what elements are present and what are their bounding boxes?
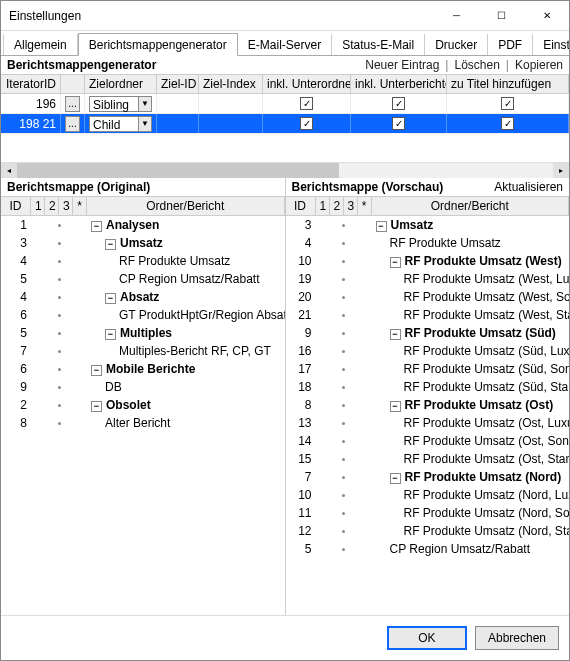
cell-zielid[interactable]	[157, 94, 199, 113]
tree-row[interactable]: 8−RF Produkte Umsatz (Ost)	[286, 396, 570, 414]
tree-row[interactable]: 20RF Produkte Umsatz (West, Sondermodell…	[286, 288, 570, 306]
zielordner-combo[interactable]: Sibling	[89, 96, 139, 112]
col-titel[interactable]: zu Titel hinzufügen	[447, 75, 569, 93]
tab-3[interactable]: Status-E-Mail	[332, 34, 425, 55]
expand-toggle-icon[interactable]: −	[105, 329, 116, 340]
expand-toggle-icon[interactable]: −	[105, 239, 116, 250]
expand-toggle-icon[interactable]: −	[105, 293, 116, 304]
tree-row[interactable]: 5CP Region Umsatz/Rabatt	[1, 270, 285, 288]
row-id: 15	[286, 452, 316, 466]
col-btn[interactable]	[61, 75, 85, 93]
tree-row[interactable]: 11RF Produkte Umsatz (Nord, Sondermodell…	[286, 504, 570, 522]
titel-checkbox[interactable]: ✓	[501, 97, 514, 110]
expand-toggle-icon[interactable]: −	[390, 401, 401, 412]
tree-row[interactable]: 3−Umsatz	[286, 216, 570, 234]
chevron-down-icon[interactable]: ▼	[138, 116, 152, 132]
row-dialog-button[interactable]: ...	[65, 96, 80, 112]
tree-row[interactable]: 13RF Produkte Umsatz (Ost, Luxusmodelle)	[286, 414, 570, 432]
zielordner-combo[interactable]: Child	[89, 116, 139, 132]
col-zielindex[interactable]: Ziel-Index	[199, 75, 263, 93]
delete-action[interactable]: Löschen	[454, 58, 499, 72]
expand-toggle-icon[interactable]: −	[390, 257, 401, 268]
tab-6[interactable]: Einstellun	[533, 34, 570, 55]
expand-toggle-icon[interactable]: −	[390, 329, 401, 340]
maximize-button[interactable]: ☐	[479, 1, 524, 31]
tree-row[interactable]: 9DB	[1, 378, 285, 396]
tree-row[interactable]: 2−Obsolet	[1, 396, 285, 414]
unterberichte-checkbox[interactable]: ✓	[392, 117, 405, 130]
titel-checkbox[interactable]: ✓	[501, 117, 514, 130]
original-tree[interactable]: 1−Analysen3−Umsatz4RF Produkte Umsatz5CP…	[1, 216, 285, 615]
cell-iteratorid[interactable]: 198 21	[1, 114, 61, 133]
tree-row[interactable]: 9−RF Produkte Umsatz (Süd)	[286, 324, 570, 342]
tree-row[interactable]: 4RF Produkte Umsatz	[1, 252, 285, 270]
tree-row[interactable]: 14RF Produkte Umsatz (Ost, Sondermodelle…	[286, 432, 570, 450]
row-name: CP Region Umsatz/Rabatt	[87, 272, 285, 286]
tree-row[interactable]: 1−Analysen	[1, 216, 285, 234]
panel-original: Berichtsmappe (Original) ID 1 2 3 * Ordn…	[1, 178, 286, 615]
grid-row[interactable]: 198 21...Child▼✓✓✓	[1, 114, 569, 134]
panel-preview: Berichtsmappe (Vorschau) Aktualisieren I…	[286, 178, 570, 615]
new-entry-action[interactable]: Neuer Eintrag	[365, 58, 439, 72]
cell-zielid[interactable]	[157, 114, 199, 133]
scroll-left-icon[interactable]: ◂	[1, 163, 17, 178]
scroll-right-icon[interactable]: ▸	[553, 163, 569, 178]
expand-toggle-icon[interactable]: −	[376, 221, 387, 232]
col-unterberichte[interactable]: inkl. Unterberichte	[351, 75, 447, 93]
grid-row[interactable]: 196...Sibling▼✓✓✓	[1, 94, 569, 114]
expand-toggle-icon[interactable]: −	[390, 473, 401, 484]
tree-row[interactable]: 19RF Produkte Umsatz (West, Luxusmodelle…	[286, 270, 570, 288]
expand-toggle-icon[interactable]: −	[91, 365, 102, 376]
col-unterordner[interactable]: inkl. Unterordner	[263, 75, 351, 93]
tree-row[interactable]: 7−RF Produkte Umsatz (Nord)	[286, 468, 570, 486]
col-zielid[interactable]: Ziel-ID	[157, 75, 199, 93]
tree-row[interactable]: 6−Mobile Berichte	[1, 360, 285, 378]
tree-row[interactable]: 4−Absatz	[1, 288, 285, 306]
refresh-action[interactable]: Aktualisieren	[494, 180, 563, 194]
cell-zielindex[interactable]	[199, 94, 263, 113]
tab-4[interactable]: Drucker	[425, 34, 488, 55]
tree-row[interactable]: 7Multiples-Bericht RF, CP, GT	[1, 342, 285, 360]
row-name: −Absatz	[87, 290, 285, 304]
tree-row[interactable]: 8Alter Bericht	[1, 414, 285, 432]
scroll-track[interactable]	[17, 163, 553, 178]
tree-row[interactable]: 15RF Produkte Umsatz (Ost, Standardmodel…	[286, 450, 570, 468]
ok-button[interactable]: OK	[387, 626, 467, 650]
tree-row[interactable]: 16RF Produkte Umsatz (Süd, Luxusmodelle)	[286, 342, 570, 360]
unterberichte-checkbox[interactable]: ✓	[392, 97, 405, 110]
tree-row[interactable]: 5−Multiples	[1, 324, 285, 342]
col-zielordner[interactable]: Zielordner	[85, 75, 157, 93]
scroll-thumb[interactable]	[17, 163, 339, 178]
chevron-down-icon[interactable]: ▼	[138, 96, 152, 112]
cancel-button[interactable]: Abbrechen	[475, 626, 559, 650]
tree-row[interactable]: 6GT ProduktHptGr/Region Absatz	[1, 306, 285, 324]
tree-row[interactable]: 18RF Produkte Umsatz (Süd, Standardmodel…	[286, 378, 570, 396]
expand-toggle-icon[interactable]: −	[91, 401, 102, 412]
tab-2[interactable]: E-Mail-Server	[238, 34, 332, 55]
expand-toggle-icon[interactable]: −	[91, 221, 102, 232]
tree-row[interactable]: 3−Umsatz	[1, 234, 285, 252]
cell-zielindex[interactable]	[199, 114, 263, 133]
preview-tree[interactable]: 3−Umsatz4RF Produkte Umsatz10−RF Produkt…	[286, 216, 570, 615]
tree-row[interactable]: 10RF Produkte Umsatz (Nord, Luxusmodelle…	[286, 486, 570, 504]
tree-row[interactable]: 5CP Region Umsatz/Rabatt	[286, 540, 570, 558]
row-dialog-button[interactable]: ...	[65, 116, 80, 132]
tree-row[interactable]: 10−RF Produkte Umsatz (West)	[286, 252, 570, 270]
copy-action[interactable]: Kopieren	[515, 58, 563, 72]
tree-row[interactable]: 4RF Produkte Umsatz	[286, 234, 570, 252]
tree-row[interactable]: 17RF Produkte Umsatz (Süd, Sondermodelle…	[286, 360, 570, 378]
tab-1[interactable]: Berichtsmappengenerator	[78, 33, 238, 56]
close-button[interactable]: ✕	[524, 1, 569, 31]
col-iteratorid[interactable]: IteratorID	[1, 75, 61, 93]
unterordner-checkbox[interactable]: ✓	[300, 117, 313, 130]
unterordner-checkbox[interactable]: ✓	[300, 97, 313, 110]
tab-0[interactable]: Allgemein	[3, 34, 78, 55]
tab-5[interactable]: PDF	[488, 34, 533, 55]
row-id: 5	[1, 326, 31, 340]
row-dots	[316, 422, 372, 425]
horizontal-scrollbar[interactable]: ◂ ▸	[1, 162, 569, 178]
cell-iteratorid[interactable]: 196	[1, 94, 61, 113]
tree-row[interactable]: 12RF Produkte Umsatz (Nord, Standardmode…	[286, 522, 570, 540]
tree-row[interactable]: 21RF Produkte Umsatz (West, Standardmode…	[286, 306, 570, 324]
minimize-button[interactable]: ─	[434, 1, 479, 31]
